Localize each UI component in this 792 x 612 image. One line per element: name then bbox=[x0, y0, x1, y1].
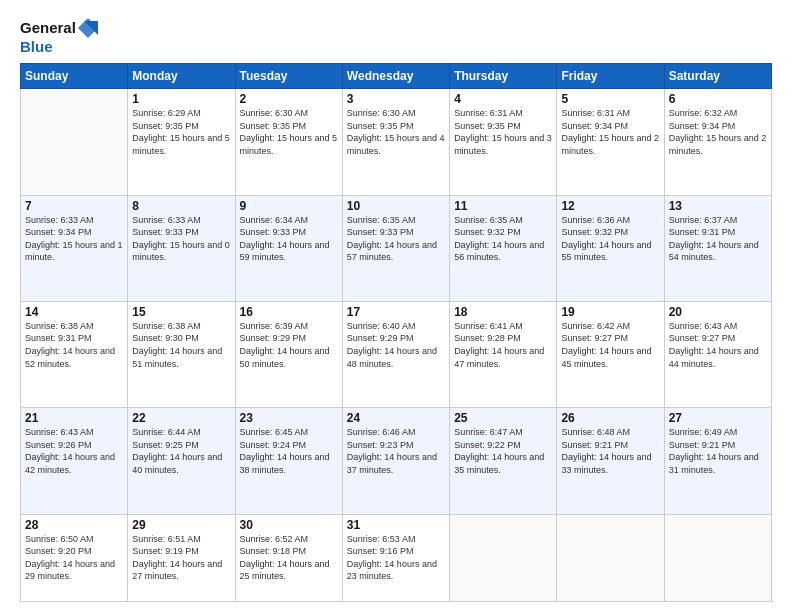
calendar-week-row: 14 Sunrise: 6:38 AM Sunset: 9:31 PM Dayl… bbox=[21, 301, 772, 407]
sunrise-text: Sunrise: 6:45 AM bbox=[240, 427, 309, 437]
day-number: 20 bbox=[669, 305, 767, 319]
day-number: 10 bbox=[347, 199, 445, 213]
day-number: 24 bbox=[347, 411, 445, 425]
day-number: 17 bbox=[347, 305, 445, 319]
header-wednesday: Wednesday bbox=[342, 64, 449, 89]
day-number: 7 bbox=[25, 199, 123, 213]
sunrise-text: Sunrise: 6:41 AM bbox=[454, 321, 523, 331]
table-row: 9 Sunrise: 6:34 AM Sunset: 9:33 PM Dayli… bbox=[235, 195, 342, 301]
sunrise-text: Sunrise: 6:38 AM bbox=[132, 321, 201, 331]
table-row: 15 Sunrise: 6:38 AM Sunset: 9:30 PM Dayl… bbox=[128, 301, 235, 407]
day-info: Sunrise: 6:30 AM Sunset: 9:35 PM Dayligh… bbox=[240, 107, 338, 157]
daylight-text: Daylight: 14 hours and 35 minutes. bbox=[454, 452, 544, 475]
daylight-text: Daylight: 15 hours and 2 minutes. bbox=[561, 133, 659, 156]
table-row: 6 Sunrise: 6:32 AM Sunset: 9:34 PM Dayli… bbox=[664, 89, 771, 195]
day-info: Sunrise: 6:33 AM Sunset: 9:34 PM Dayligh… bbox=[25, 214, 123, 264]
sunset-text: Sunset: 9:34 PM bbox=[25, 227, 92, 237]
daylight-text: Daylight: 14 hours and 25 minutes. bbox=[240, 559, 330, 582]
daylight-text: Daylight: 14 hours and 56 minutes. bbox=[454, 240, 544, 263]
day-number: 19 bbox=[561, 305, 659, 319]
daylight-text: Daylight: 14 hours and 51 minutes. bbox=[132, 346, 222, 369]
table-row: 31 Sunrise: 6:53 AM Sunset: 9:16 PM Dayl… bbox=[342, 514, 449, 602]
weekday-header-row: Sunday Monday Tuesday Wednesday Thursday… bbox=[21, 64, 772, 89]
sunrise-text: Sunrise: 6:50 AM bbox=[25, 534, 94, 544]
day-info: Sunrise: 6:33 AM Sunset: 9:33 PM Dayligh… bbox=[132, 214, 230, 264]
day-number: 1 bbox=[132, 92, 230, 106]
day-number: 26 bbox=[561, 411, 659, 425]
sunset-text: Sunset: 9:31 PM bbox=[25, 333, 92, 343]
table-row: 10 Sunrise: 6:35 AM Sunset: 9:33 PM Dayl… bbox=[342, 195, 449, 301]
day-number: 25 bbox=[454, 411, 552, 425]
daylight-text: Daylight: 15 hours and 1 minute. bbox=[25, 240, 123, 263]
calendar-table: Sunday Monday Tuesday Wednesday Thursday… bbox=[20, 63, 772, 602]
calendar-week-row: 21 Sunrise: 6:43 AM Sunset: 9:26 PM Dayl… bbox=[21, 408, 772, 514]
sunset-text: Sunset: 9:29 PM bbox=[240, 333, 307, 343]
daylight-text: Daylight: 15 hours and 3 minutes. bbox=[454, 133, 552, 156]
table-row: 27 Sunrise: 6:49 AM Sunset: 9:21 PM Dayl… bbox=[664, 408, 771, 514]
sunset-text: Sunset: 9:33 PM bbox=[132, 227, 199, 237]
day-info: Sunrise: 6:38 AM Sunset: 9:30 PM Dayligh… bbox=[132, 320, 230, 370]
calendar-week-row: 28 Sunrise: 6:50 AM Sunset: 9:20 PM Dayl… bbox=[21, 514, 772, 602]
day-info: Sunrise: 6:40 AM Sunset: 9:29 PM Dayligh… bbox=[347, 320, 445, 370]
sunrise-text: Sunrise: 6:48 AM bbox=[561, 427, 630, 437]
day-number: 22 bbox=[132, 411, 230, 425]
table-row bbox=[450, 514, 557, 602]
logo: General Blue bbox=[20, 18, 98, 55]
table-row: 21 Sunrise: 6:43 AM Sunset: 9:26 PM Dayl… bbox=[21, 408, 128, 514]
sunrise-text: Sunrise: 6:51 AM bbox=[132, 534, 201, 544]
sunset-text: Sunset: 9:33 PM bbox=[347, 227, 414, 237]
table-row: 14 Sunrise: 6:38 AM Sunset: 9:31 PM Dayl… bbox=[21, 301, 128, 407]
table-row: 26 Sunrise: 6:48 AM Sunset: 9:21 PM Dayl… bbox=[557, 408, 664, 514]
sunset-text: Sunset: 9:25 PM bbox=[132, 440, 199, 450]
day-info: Sunrise: 6:41 AM Sunset: 9:28 PM Dayligh… bbox=[454, 320, 552, 370]
logo-text-blue: Blue bbox=[20, 38, 98, 55]
sunrise-text: Sunrise: 6:42 AM bbox=[561, 321, 630, 331]
day-info: Sunrise: 6:49 AM Sunset: 9:21 PM Dayligh… bbox=[669, 426, 767, 476]
sunrise-text: Sunrise: 6:52 AM bbox=[240, 534, 309, 544]
day-info: Sunrise: 6:37 AM Sunset: 9:31 PM Dayligh… bbox=[669, 214, 767, 264]
table-row: 1 Sunrise: 6:29 AM Sunset: 9:35 PM Dayli… bbox=[128, 89, 235, 195]
table-row: 4 Sunrise: 6:31 AM Sunset: 9:35 PM Dayli… bbox=[450, 89, 557, 195]
day-number: 3 bbox=[347, 92, 445, 106]
table-row: 13 Sunrise: 6:37 AM Sunset: 9:31 PM Dayl… bbox=[664, 195, 771, 301]
day-number: 6 bbox=[669, 92, 767, 106]
sunset-text: Sunset: 9:24 PM bbox=[240, 440, 307, 450]
daylight-text: Daylight: 14 hours and 57 minutes. bbox=[347, 240, 437, 263]
sunset-text: Sunset: 9:21 PM bbox=[561, 440, 628, 450]
sunrise-text: Sunrise: 6:36 AM bbox=[561, 215, 630, 225]
page: General Blue Sunday Monday Tuesday Wedne… bbox=[0, 0, 792, 612]
day-info: Sunrise: 6:45 AM Sunset: 9:24 PM Dayligh… bbox=[240, 426, 338, 476]
daylight-text: Daylight: 14 hours and 44 minutes. bbox=[669, 346, 759, 369]
day-number: 21 bbox=[25, 411, 123, 425]
sunset-text: Sunset: 9:16 PM bbox=[347, 546, 414, 556]
sunrise-text: Sunrise: 6:39 AM bbox=[240, 321, 309, 331]
day-info: Sunrise: 6:35 AM Sunset: 9:32 PM Dayligh… bbox=[454, 214, 552, 264]
table-row: 8 Sunrise: 6:33 AM Sunset: 9:33 PM Dayli… bbox=[128, 195, 235, 301]
day-info: Sunrise: 6:43 AM Sunset: 9:26 PM Dayligh… bbox=[25, 426, 123, 476]
day-number: 15 bbox=[132, 305, 230, 319]
daylight-text: Daylight: 14 hours and 33 minutes. bbox=[561, 452, 651, 475]
table-row: 22 Sunrise: 6:44 AM Sunset: 9:25 PM Dayl… bbox=[128, 408, 235, 514]
sunset-text: Sunset: 9:22 PM bbox=[454, 440, 521, 450]
header: General Blue bbox=[20, 18, 772, 55]
table-row: 19 Sunrise: 6:42 AM Sunset: 9:27 PM Dayl… bbox=[557, 301, 664, 407]
daylight-text: Daylight: 14 hours and 42 minutes. bbox=[25, 452, 115, 475]
day-number: 16 bbox=[240, 305, 338, 319]
sunrise-text: Sunrise: 6:31 AM bbox=[454, 108, 523, 118]
day-info: Sunrise: 6:44 AM Sunset: 9:25 PM Dayligh… bbox=[132, 426, 230, 476]
sunset-text: Sunset: 9:19 PM bbox=[132, 546, 199, 556]
day-number: 5 bbox=[561, 92, 659, 106]
day-info: Sunrise: 6:31 AM Sunset: 9:35 PM Dayligh… bbox=[454, 107, 552, 157]
daylight-text: Daylight: 14 hours and 23 minutes. bbox=[347, 559, 437, 582]
sunset-text: Sunset: 9:26 PM bbox=[25, 440, 92, 450]
sunrise-text: Sunrise: 6:40 AM bbox=[347, 321, 416, 331]
day-info: Sunrise: 6:48 AM Sunset: 9:21 PM Dayligh… bbox=[561, 426, 659, 476]
day-number: 18 bbox=[454, 305, 552, 319]
day-number: 11 bbox=[454, 199, 552, 213]
daylight-text: Daylight: 14 hours and 59 minutes. bbox=[240, 240, 330, 263]
day-info: Sunrise: 6:30 AM Sunset: 9:35 PM Dayligh… bbox=[347, 107, 445, 157]
table-row: 2 Sunrise: 6:30 AM Sunset: 9:35 PM Dayli… bbox=[235, 89, 342, 195]
day-number: 31 bbox=[347, 518, 445, 532]
logo-text-general: General bbox=[20, 19, 76, 36]
header-monday: Monday bbox=[128, 64, 235, 89]
